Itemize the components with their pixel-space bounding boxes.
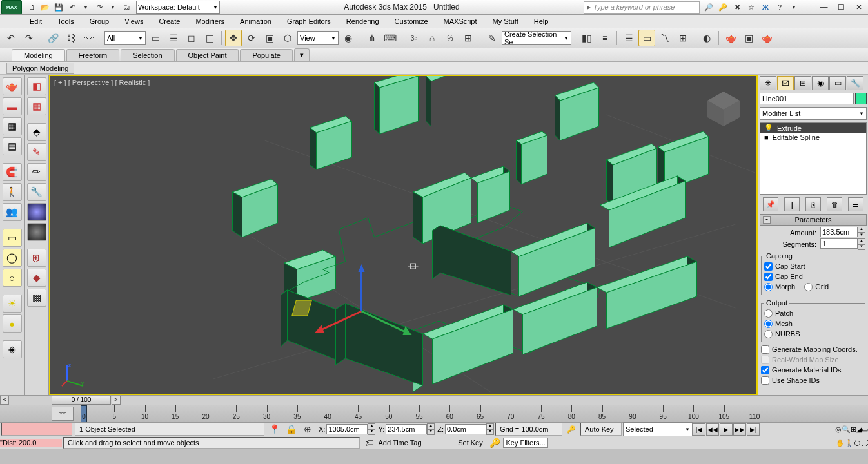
align-button[interactable]: ≡	[597, 30, 613, 46]
crowd-icon[interactable]: 👥	[3, 203, 22, 221]
cat4-icon[interactable]: 🔧	[27, 183, 46, 201]
orbit-icon[interactable]: ⭮	[854, 439, 861, 447]
menu-create[interactable]: Create	[151, 16, 188, 26]
menu-help[interactable]: Help	[526, 16, 557, 26]
cat3-icon[interactable]: ✏	[27, 163, 46, 181]
material-editor-button[interactable]: ◐	[698, 30, 715, 46]
menu-views[interactable]: Views	[117, 16, 151, 26]
prim-box-icon[interactable]: ▭	[3, 229, 22, 247]
menu-graph-editors[interactable]: Graph Editors	[279, 16, 339, 26]
amount-input[interactable]	[820, 227, 858, 237]
select-object-button[interactable]: ▭	[147, 30, 164, 46]
object-name-input[interactable]	[760, 93, 854, 104]
parameters-rollout-header[interactable]: Parameters	[760, 214, 867, 226]
ref-coord-dropdown[interactable]: View▼	[297, 31, 339, 45]
tag-icon[interactable]: 🏷	[361, 434, 378, 451]
render-button[interactable]: 🫖	[758, 30, 775, 46]
utilities-tab-icon[interactable]: 🔧	[847, 76, 863, 90]
teapot-icon[interactable]: 🫖	[3, 77, 22, 95]
open-icon[interactable]: 📂	[39, 1, 52, 14]
menu-tools[interactable]: Tools	[50, 16, 82, 26]
ribbon-toggle-button[interactable]: ▾	[294, 48, 310, 61]
keyboard-shortcut-button[interactable]: ⌨	[382, 30, 399, 46]
display-tab-icon[interactable]: ▭	[829, 76, 846, 90]
zoom-all-icon[interactable]: ⊞	[851, 425, 856, 434]
percent-snap-button[interactable]: %	[442, 30, 459, 46]
save-icon[interactable]: 💾	[52, 1, 65, 14]
menu-edit[interactable]: Edit	[22, 16, 50, 26]
light-icon[interactable]: ☀	[3, 295, 22, 313]
curve-editor-button[interactable]: 〽	[656, 30, 673, 46]
spinner-snap-button[interactable]: ⊞	[460, 30, 477, 46]
segments-input[interactable]	[820, 238, 858, 249]
script-listener[interactable]	[1, 423, 72, 436]
named-selection-dropdown[interactable]: Create Selection Se▼	[502, 31, 571, 45]
remove-modifier-button[interactable]: 🗑	[827, 197, 842, 211]
menu-modifiers[interactable]: Modifiers	[188, 16, 232, 26]
key-filter-dropdown[interactable]: Selected▼	[623, 422, 693, 436]
tab-selection[interactable]: Selection	[121, 49, 174, 61]
schematic-view-button[interactable]: ⊞	[675, 30, 691, 46]
configure-sets-button[interactable]: ☰	[848, 197, 863, 211]
timeline-ruler[interactable]: 〰 05101520253035404550556065707580859095…	[0, 405, 868, 422]
mini-curve-editor-button[interactable]: 〰	[52, 407, 74, 421]
prim-ellipse-icon[interactable]: ◯	[3, 249, 22, 267]
menu-rendering[interactable]: Rendering	[339, 16, 387, 26]
comm-center-icon[interactable]: 🔑	[564, 425, 579, 434]
unlink-button[interactable]: ⛓	[63, 30, 79, 46]
polygon-modeling-panel[interactable]: Polygon Modeling	[6, 63, 74, 74]
tab-freeform[interactable]: Freeform	[66, 49, 120, 61]
y-input[interactable]	[386, 424, 427, 434]
undo-button[interactable]: ↶	[3, 30, 19, 46]
minimize-button[interactable]: —	[816, 2, 832, 13]
manipulate-button[interactable]: ⋔	[364, 30, 380, 46]
use-center-button[interactable]: ◉	[340, 30, 357, 46]
time-scroll-right-button[interactable]: >	[112, 396, 121, 405]
checker-icon[interactable]: ▩	[27, 289, 46, 307]
hierarchy-tab-icon[interactable]: ⊟	[794, 76, 811, 90]
goto-start-button[interactable]: |◀	[693, 423, 705, 436]
modifier-list-dropdown[interactable]: Modifier List▼	[760, 107, 867, 120]
shield-icon[interactable]: ⛨	[27, 249, 46, 267]
menu-maxscript[interactable]: MAXScript	[436, 16, 485, 26]
exchange-icon[interactable]: ✖	[731, 1, 744, 14]
viewport[interactable]: [ + ] [ Perspective ] [ Realistic ]	[49, 75, 758, 395]
isolate-icon[interactable]: ◎	[835, 425, 842, 434]
key-filters-button[interactable]: Key Filters...	[503, 438, 547, 448]
cat-icon[interactable]: ⬘	[27, 123, 46, 141]
edit-selection-set-button[interactable]: ✎	[484, 30, 500, 46]
pan-icon[interactable]: ✋	[836, 439, 845, 447]
x-input[interactable]	[326, 424, 368, 434]
help-icon[interactable]: ?	[773, 1, 786, 14]
redo-drop-icon[interactable]: ▼	[106, 1, 119, 14]
motion-tab-icon[interactable]: ◉	[812, 76, 829, 90]
prev-frame-button[interactable]: ◀◀	[706, 423, 719, 436]
select-place-button[interactable]: ⬡	[279, 30, 296, 46]
menu-customize[interactable]: Customize	[387, 16, 436, 26]
set-key-button[interactable]: Set Key	[454, 439, 486, 447]
segments-up-icon[interactable]: ▲	[858, 238, 865, 244]
select-region-button[interactable]: ◻	[183, 30, 200, 46]
project-icon[interactable]: 🗂	[120, 1, 133, 14]
select-move-button[interactable]: ✥	[225, 30, 242, 46]
object-color-swatch[interactable]	[855, 93, 867, 104]
biped-icon[interactable]: 🚶	[3, 183, 22, 201]
rendered-frame-button[interactable]: ▣	[740, 30, 757, 46]
layers-button[interactable]: ☰	[620, 30, 637, 46]
undo-icon[interactable]: ↶	[66, 1, 79, 14]
close-button[interactable]: ✕	[851, 2, 867, 13]
new-icon[interactable]: 🗋	[25, 1, 38, 14]
time-slider[interactable]: 0 / 100	[52, 396, 111, 405]
infocenter-icon[interactable]: 🔎	[702, 1, 715, 14]
cube-red-icon[interactable]: ◧	[27, 77, 46, 95]
grid-radio[interactable]	[804, 283, 813, 291]
select-scale-button[interactable]: ▣	[261, 30, 278, 46]
help-drop-icon[interactable]: ▼	[787, 1, 800, 14]
prim-circle-icon[interactable]: ○	[3, 269, 22, 287]
grid-icon[interactable]: ▦	[3, 117, 22, 135]
tab-modeling[interactable]: Modeling	[12, 49, 65, 61]
make-unique-button[interactable]: ⎘	[805, 197, 821, 211]
cap-start-checkbox[interactable]	[764, 262, 773, 271]
walk-icon[interactable]: 🚶	[845, 439, 854, 447]
box-red-icon[interactable]: ▬	[3, 97, 22, 115]
